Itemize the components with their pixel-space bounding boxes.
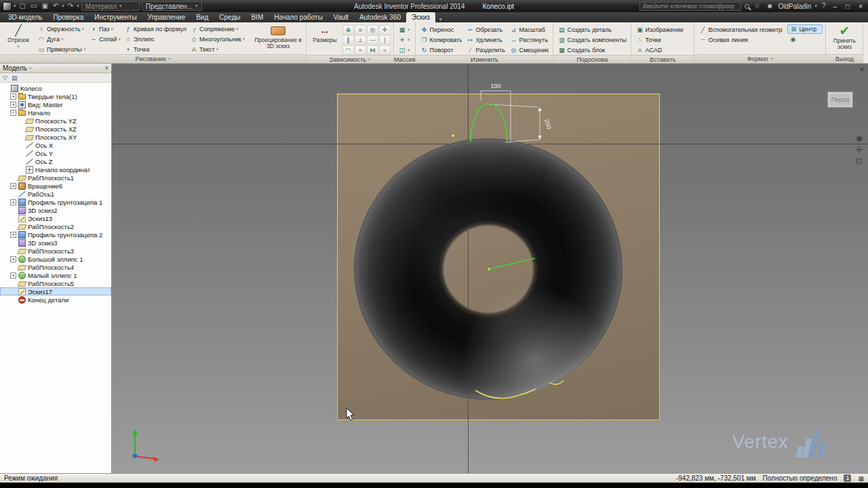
fix-constraint-icon[interactable]: ✛ [379, 25, 391, 35]
restore-button[interactable]: □ [843, 3, 852, 10]
tree-expander-icon[interactable]: + [10, 183, 16, 189]
ribbon-tab-5[interactable]: Вид [191, 12, 214, 22]
user-name[interactable]: OldPaladin [778, 3, 812, 10]
tangent-constraint-icon[interactable]: ◠ [342, 45, 354, 55]
tree-item[interactable]: 3D эскиз2 [0, 206, 111, 214]
format-tool-button[interactable]: ╱Вспомогательная геометрия [697, 24, 784, 35]
tree-item[interactable]: РабПлоскость2 [0, 222, 111, 230]
constrain-group-label[interactable]: Зависимость ▾ [307, 55, 393, 63]
modify-tool-button[interactable]: ↻Поворот [418, 45, 463, 55]
search-icon[interactable] [745, 4, 749, 9]
ribbon-tab-11[interactable]: Эскиз [406, 12, 435, 22]
tree-item[interactable]: +Вращение6 [0, 182, 111, 190]
concentric-constraint-icon[interactable]: ◎ [367, 25, 378, 35]
tree-item[interactable]: Ось X [0, 141, 111, 149]
tree-item[interactable]: РабПлоскость5 [0, 279, 111, 287]
modify-group-label[interactable]: Изменить [416, 55, 553, 63]
format-group-label[interactable]: Формат ▾ [694, 54, 825, 63]
tree-item[interactable]: Ось Y [0, 149, 111, 157]
draw-tool-button[interactable]: ◇Многоугольник▾ [189, 34, 251, 44]
tree-item[interactable]: РабОсь1 [0, 190, 111, 198]
exit-group-label[interactable]: Выход [826, 54, 863, 63]
ribbon-options-icon[interactable]: ▾ [439, 16, 442, 22]
help-icon[interactable]: ? [821, 1, 827, 12]
minimize-button[interactable]: – [831, 3, 840, 10]
tree-item[interactable]: Плоскость XY [0, 133, 111, 141]
browser-close-icon[interactable]: × [104, 64, 108, 72]
draw-tool-button[interactable]: ▭Прямоугольник▾ [36, 44, 87, 54]
tree-item[interactable]: +Твердые тела(1) [0, 92, 111, 100]
search-input[interactable] [639, 2, 741, 11]
tree-expander-icon[interactable]: + [10, 102, 16, 108]
graphics-viewport[interactable]: 100 200 Перед ◉ ✛ ⊡ [112, 64, 868, 473]
symmetric-constraint-icon[interactable]: ⋈ [367, 45, 378, 55]
tree-item[interactable]: Конец детали [0, 296, 111, 304]
chevron-down-icon[interactable]: ▾ [62, 3, 64, 9]
dimension-100-label[interactable]: 100 [490, 83, 500, 89]
draw-tool-button[interactable]: ƒКривая по формуле [123, 24, 188, 34]
tree-item[interactable]: РабПлоскость3 [0, 247, 111, 255]
tree-expander-icon[interactable]: + [10, 94, 16, 100]
draw-tool-button[interactable]: ○Окружность▾ [36, 24, 87, 34]
close-button[interactable]: × [856, 3, 865, 10]
modify-tool-button[interactable]: ↦Удлинить [465, 35, 507, 45]
tree-expander-icon[interactable]: + [10, 256, 16, 262]
tree-item[interactable]: −Начало [0, 108, 111, 117]
tree-item[interactable]: Эскиз13 [0, 214, 111, 222]
pattern-group-label[interactable]: Массив [394, 55, 415, 63]
tree-item[interactable]: +Малый эллипс 1 [0, 271, 111, 279]
parallel-constraint-icon[interactable]: ∥ [342, 35, 354, 45]
mirror-button[interactable]: ◫▾ [397, 45, 412, 55]
viewcube[interactable]: Перед [827, 92, 853, 108]
document-close-icon[interactable]: × [860, 65, 864, 73]
new-file-button[interactable]: ▢ [18, 1, 27, 12]
ribbon-tab-1[interactable]: 3D-модель [3, 12, 47, 22]
tree-item[interactable]: Плоскость YZ [0, 117, 111, 125]
draw-tool-button[interactable]: ╭Сопряжение▾ [189, 24, 251, 34]
tree-item[interactable]: +Большой эллипс 1 [0, 255, 111, 263]
tree-item[interactable]: Ось Z [0, 157, 111, 165]
ribbon-tab-10[interactable]: Autodesk 360 [354, 12, 406, 22]
draw-tool-button[interactable]: ○Эллипс [123, 34, 188, 44]
perpendicular-constraint-icon[interactable]: ⊥ [355, 35, 366, 45]
chevron-down-icon[interactable]: ▾ [14, 3, 16, 9]
open-button[interactable]: ▭ [29, 1, 38, 12]
tree-expander-icon[interactable]: + [10, 272, 16, 279]
project-to-3d-sketch-button[interactable]: Проецирование в 3D эскиз [253, 24, 303, 54]
navigation-wheel-icon[interactable]: ◉ [856, 134, 863, 142]
insert-tool-button[interactable]: AACAD [634, 45, 691, 55]
tree-expander-icon[interactable]: + [10, 199, 16, 205]
finish-sketch-button[interactable]: ✔ Принять эскиз [829, 24, 860, 54]
modify-tool-button[interactable]: ∕Разделить [465, 45, 507, 55]
save-button[interactable]: ▣ [40, 1, 49, 12]
ribbon-tab-6[interactable]: Среды [214, 12, 245, 22]
modify-tool-button[interactable]: ↔Растянуть [508, 35, 550, 45]
inventor-logo-icon[interactable] [3, 2, 12, 11]
chevron-down-icon[interactable]: ▾ [814, 3, 817, 9]
draw-tool-button[interactable]: •Точка [123, 44, 188, 54]
collinear-constraint-icon[interactable]: ≡ [355, 25, 366, 35]
dimension-button[interactable]: ↔ Размеры [309, 24, 340, 55]
tree-item[interactable]: +Профиль грунтозацепа 1 [0, 198, 111, 206]
layout-tool-button[interactable]: ▥Создать компоненты [556, 35, 628, 45]
rectangular-pattern-button[interactable]: ▦▾ [397, 25, 412, 35]
ribbon-tab-7[interactable]: BIM [245, 12, 269, 22]
layout-tool-button[interactable]: ▦Создать блок [556, 45, 628, 55]
insert-tool-button[interactable]: ∴Точки [634, 35, 691, 45]
ribbon-tab-2[interactable]: Проверка [47, 12, 89, 22]
horizontal-constraint-icon[interactable]: ― [367, 35, 378, 45]
appearance-dropdown[interactable]: Представлен... ▾ [142, 1, 202, 11]
ribbon-tab-3[interactable]: Инструменты [89, 12, 142, 22]
line-button[interactable]: ╱ Отрезок ▾ [3, 24, 34, 54]
tree-item[interactable]: Плоскость XZ [0, 125, 111, 133]
layout-group-label[interactable]: Подоснова [553, 55, 631, 63]
format-tool-button[interactable]: ◉ [787, 34, 823, 44]
ribbon-tab-4[interactable]: Управление [142, 12, 191, 22]
draw-tool-button[interactable]: AТекст▾ [189, 44, 251, 54]
format-tool-button[interactable]: ┄Осевая линия [697, 35, 784, 45]
modify-tool-button[interactable]: ✥Перенос [418, 24, 463, 35]
ribbon-tab-8[interactable]: Начало работы [269, 12, 328, 22]
insert-tool-button[interactable]: ▣Изображение [634, 24, 691, 35]
tree-item[interactable]: РабПлоскость1 [0, 174, 111, 182]
tree-item[interactable]: +Вид: Master [0, 100, 111, 108]
